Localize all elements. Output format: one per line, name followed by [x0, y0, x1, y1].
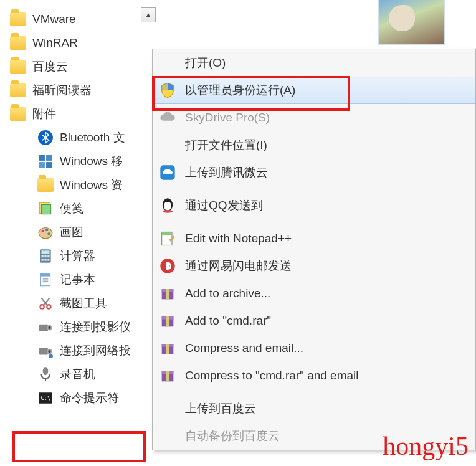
menu-label: 福昕阅读器 — [32, 82, 92, 98]
ctx-upload-baidu[interactable]: 上传到百度云 — [153, 395, 475, 422]
folder-icon — [10, 82, 26, 98]
qq-icon — [159, 197, 176, 214]
item-network-projector[interactable]: 连接到网络投 — [9, 339, 153, 363]
svg-rect-16 — [42, 259, 44, 260]
ctx-open[interactable]: 打开(O) — [153, 49, 475, 77]
svg-rect-1 — [39, 155, 45, 161]
network-projector-icon — [37, 343, 54, 359]
item-sound-recorder[interactable]: 录音机 — [9, 363, 153, 386]
ctx-notepadpp[interactable]: Edit with Notepad++ — [153, 225, 475, 252]
sticky-notes-icon — [37, 201, 54, 217]
winrar-icon — [159, 367, 176, 384]
start-menu-programs-list: ▲ VMware WinRAR 百度云 福昕阅读器 附件 Bluetooth 文… — [9, 7, 153, 462]
menu-label: 连接到网络投 — [60, 343, 131, 359]
netease-icon — [159, 257, 176, 275]
svg-point-8 — [42, 230, 44, 232]
item-projector[interactable]: 连接到投影仪 — [9, 315, 153, 339]
menu-label: 计算器 — [60, 248, 95, 264]
svg-rect-15 — [47, 255, 49, 257]
menu-label: 命令提示符 — [60, 390, 119, 406]
folder-foxit[interactable]: 福昕阅读器 — [9, 78, 153, 102]
svg-rect-3 — [39, 162, 45, 168]
svg-rect-6 — [42, 205, 51, 214]
shield-icon — [159, 82, 176, 99]
separator — [181, 392, 475, 392]
ctx-label: 上传到腾讯微云 — [185, 164, 268, 181]
folder-accessories[interactable]: 附件 — [9, 102, 153, 126]
svg-rect-18 — [47, 259, 49, 260]
ctx-label: Add to archive... — [185, 287, 270, 300]
cloud-icon — [159, 109, 176, 126]
ctx-compress-cmdrar-email[interactable]: Compress to "cmd.rar" and email — [153, 362, 475, 389]
bluetooth-icon — [37, 130, 54, 146]
watermark-text: hongyi5 — [383, 431, 469, 461]
menu-label: 录音机 — [60, 366, 95, 383]
ctx-label: 通过QQ发送到 — [185, 197, 263, 214]
item-bluetooth[interactable]: Bluetooth 文 — [9, 126, 153, 150]
svg-rect-53 — [166, 316, 169, 326]
scroll-up-button[interactable]: ▲ — [141, 7, 156, 22]
svg-point-42 — [164, 202, 167, 205]
projector-icon — [37, 319, 54, 335]
ctx-qq-send[interactable]: 通过QQ发送到 — [153, 192, 475, 219]
ctx-label: Add to "cmd.rar" — [185, 314, 271, 328]
item-notepad[interactable]: 记事本 — [9, 268, 153, 292]
folder-open-icon — [10, 11, 26, 27]
svg-text:C:\: C:\ — [40, 395, 50, 401]
folder-vmware[interactable]: VMware — [9, 7, 153, 31]
svg-rect-4 — [46, 162, 52, 168]
ctx-add-archive[interactable]: Add to archive... — [153, 280, 475, 307]
svg-point-44 — [163, 210, 173, 213]
item-command-prompt[interactable]: C:\ 命令提示符 — [9, 386, 153, 410]
item-mobility[interactable]: Windows 移 — [9, 150, 153, 173]
microphone-icon — [37, 366, 54, 383]
winrar-icon — [159, 285, 176, 302]
menu-label: VMware — [32, 12, 76, 26]
svg-point-30 — [48, 326, 50, 329]
ctx-compress-email[interactable]: Compress and email... — [153, 335, 475, 362]
item-explorer[interactable]: Windows 资 — [9, 173, 153, 197]
ctx-open-location[interactable]: 打开文件位置(I) — [153, 131, 475, 159]
svg-rect-17 — [44, 259, 46, 260]
svg-point-9 — [45, 229, 48, 231]
ctx-run-as-admin[interactable]: 以管理员身份运行(A) — [153, 77, 475, 104]
svg-rect-13 — [42, 255, 44, 257]
weiyun-icon — [159, 164, 176, 181]
item-calculator[interactable]: 计算器 — [9, 244, 153, 268]
ctx-add-cmdrar[interactable]: Add to "cmd.rar" — [153, 307, 475, 335]
calculator-icon — [37, 248, 54, 264]
ctx-weiyun[interactable]: 上传到腾讯微云 — [153, 159, 475, 186]
folder-winrar[interactable]: WinRAR — [9, 31, 153, 55]
ctx-label: Compress and email... — [185, 341, 303, 355]
folder-open-icon — [10, 106, 26, 122]
ctx-label: 打开文件位置(I) — [185, 137, 267, 153]
ctx-label: 通过网易闪电邮发送 — [185, 258, 292, 274]
menu-label: Windows 移 — [60, 153, 123, 169]
folder-baiduyun[interactable]: 百度云 — [9, 55, 153, 78]
menu-label: 便笺 — [60, 201, 83, 217]
item-paint[interactable]: 画图 — [9, 221, 153, 244]
winrar-icon — [159, 340, 176, 357]
winrar-icon — [159, 312, 176, 330]
paint-icon — [37, 224, 54, 240]
ctx-label: 打开(O) — [185, 55, 226, 71]
menu-label: 附件 — [32, 106, 56, 122]
ctx-label: 自动备份到百度云 — [185, 428, 280, 444]
svg-rect-59 — [166, 371, 169, 381]
ctx-skydrive[interactable]: SkyDrive Pro(S) — [153, 104, 475, 131]
notepad-icon — [37, 272, 54, 288]
item-snipping-tool[interactable]: 截图工具 — [9, 292, 153, 315]
explorer-icon — [37, 177, 54, 193]
menu-label: Bluetooth 文 — [60, 130, 125, 146]
context-menu: 打开(O) 以管理员身份运行(A) SkyDrive Pro(S) 打开文件位置… — [152, 49, 476, 450]
separator — [181, 189, 475, 189]
svg-point-43 — [168, 202, 171, 205]
user-account-picture[interactable] — [378, 0, 445, 45]
svg-rect-46 — [162, 232, 172, 235]
svg-rect-31 — [39, 348, 48, 355]
item-sticky-notes[interactable]: 便笺 — [9, 197, 153, 221]
menu-label: 截图工具 — [60, 295, 107, 311]
ctx-label: 上传到百度云 — [185, 401, 256, 417]
ctx-netease[interactable]: 通过网易闪电邮发送 — [153, 252, 475, 280]
ctx-label: 以管理员身份运行(A) — [185, 82, 295, 98]
